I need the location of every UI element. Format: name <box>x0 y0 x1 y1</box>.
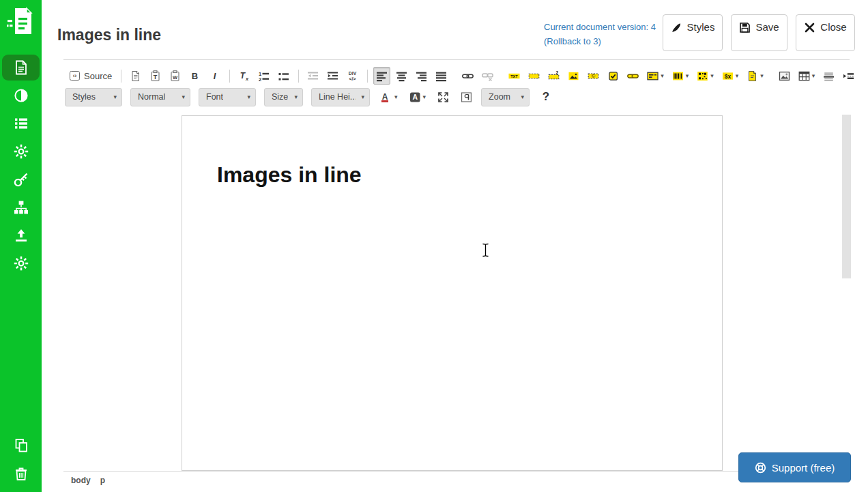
formula-button[interactable]: $x▾ <box>719 67 742 85</box>
element-path-p[interactable]: p <box>100 476 105 485</box>
toolbar-separator <box>367 70 368 83</box>
sitemap-icon <box>13 199 29 216</box>
image-field-icon <box>568 70 579 82</box>
background-color-button[interactable]: A▾ <box>407 88 429 106</box>
horizontal-rule-icon <box>823 70 835 82</box>
dropdown-caret-icon: ▾ <box>294 94 298 100</box>
paste-as-text-button[interactable]: T <box>147 67 164 85</box>
scrollbar-thumb[interactable] <box>842 115 851 278</box>
toolbar-separator <box>229 70 230 83</box>
font-combo[interactable]: Font▾ <box>199 88 256 106</box>
document-heading: Images in line <box>217 162 722 188</box>
align-right-button[interactable] <box>413 67 430 85</box>
statusbar-top-border <box>63 471 850 472</box>
bold-button[interactable]: B <box>186 67 203 85</box>
link-field-button[interactable] <box>624 67 641 85</box>
align-center-button[interactable] <box>393 67 410 85</box>
svg-text:I: I <box>214 70 216 81</box>
rollback-link[interactable]: (Rollback to 3) <box>544 34 656 48</box>
app-logo-icon <box>7 6 34 36</box>
link-field-icon <box>627 70 639 82</box>
align-center-icon <box>396 70 407 82</box>
link-button[interactable] <box>459 67 476 85</box>
source-button[interactable]: ‹›Source <box>66 67 115 85</box>
align-right-icon <box>416 70 427 82</box>
sidebar-item-settings[interactable] <box>0 137 42 165</box>
show-blocks-button[interactable] <box>458 88 475 106</box>
image-field-button[interactable] <box>565 67 582 85</box>
numbered-list-icon: 12 <box>258 70 270 82</box>
svg-text:</>: </> <box>349 76 356 81</box>
about-help-button[interactable]: ? <box>538 88 554 106</box>
line-height-combo[interactable]: Line Hei...▾ <box>311 88 370 106</box>
remove-format-button[interactable]: Tx <box>235 67 252 85</box>
sidebar-item-structure[interactable] <box>0 193 42 221</box>
sidebar-item-upload[interactable] <box>0 221 42 249</box>
page-break-button[interactable] <box>840 67 857 85</box>
svg-text:TXT: TXT <box>510 74 518 78</box>
sidebar-item-documents[interactable] <box>2 55 40 81</box>
support-button[interactable]: Support (free) <box>738 452 851 482</box>
svg-text:2: 2 <box>556 70 559 75</box>
decrease-indent-button <box>304 67 321 85</box>
toolbar-top-border <box>63 59 850 60</box>
link-icon <box>462 70 474 82</box>
bulleted-list-button[interactable] <box>275 67 292 85</box>
dropdown-caret-icon: ▾ <box>361 94 364 100</box>
div-container-button[interactable]: DIV</> <box>344 67 361 85</box>
maximize-button[interactable] <box>435 88 452 106</box>
styles-button[interactable]: Styles <box>663 14 723 51</box>
paragraph-format-combo[interactable]: Normal▾ <box>130 88 190 106</box>
increase-indent-button[interactable] <box>324 67 341 85</box>
qr-code-button[interactable]: ▾ <box>694 67 717 85</box>
horizontal-rule-button[interactable] <box>820 67 837 85</box>
insert-image-button[interactable] <box>776 67 793 85</box>
justify-button[interactable] <box>433 67 450 85</box>
close-button[interactable]: Close <box>796 14 855 51</box>
copy-icon <box>13 437 29 454</box>
zoom-combo[interactable]: Zoom▾ <box>481 88 530 106</box>
align-left-button[interactable] <box>373 67 390 85</box>
sidebar-item-delete-document[interactable] <box>0 459 42 487</box>
element-path-body[interactable]: body <box>71 476 91 485</box>
source-label: Source <box>84 71 112 81</box>
table-icon <box>798 70 810 82</box>
form-tools-icon <box>647 70 659 82</box>
x-icon <box>804 22 815 33</box>
paste-from-word-button[interactable]: W <box>167 67 184 85</box>
formula-icon: $x <box>722 70 734 82</box>
text-cursor-ibeam <box>481 243 490 257</box>
size-combo[interactable]: Size▾ <box>264 88 303 106</box>
life-ring-icon <box>755 462 766 474</box>
source-icon: ‹› <box>69 70 81 82</box>
dropdown-caret-icon: ▾ <box>736 73 739 79</box>
checkbox-field-button[interactable] <box>605 67 622 85</box>
input-field-2-icon: 2 <box>548 70 560 82</box>
document-template-icon <box>747 70 758 82</box>
dropdown-caret-icon: ▾ <box>686 73 689 79</box>
support-button-label: Support (free) <box>772 462 835 474</box>
barcode-button[interactable]: ▾ <box>669 67 692 85</box>
numbered-list-button[interactable]: 12 <box>255 67 272 85</box>
text-field-button[interactable]: TXT <box>506 67 523 85</box>
sidebar-item-appearance[interactable] <box>0 81 42 109</box>
document-editing-area[interactable]: Images in line <box>182 115 723 471</box>
sidebar-item-preferences[interactable] <box>0 249 42 277</box>
list-icon <box>13 115 29 132</box>
sidebar-item-copy-document[interactable] <box>0 431 42 459</box>
sidebar-item-document-list[interactable] <box>0 109 42 137</box>
document-template-button[interactable]: ▾ <box>744 67 766 85</box>
input-field-icon <box>528 70 540 82</box>
input-field-2-button[interactable]: 2 <box>545 67 562 85</box>
currency-field-button[interactable]: © <box>585 67 602 85</box>
form-tools-button[interactable]: ▾ <box>644 67 667 85</box>
italic-button[interactable]: I <box>206 67 223 85</box>
insert-table-button[interactable]: ▾ <box>796 67 818 85</box>
styles-combo[interactable]: Styles▾ <box>65 88 122 106</box>
new-page-button[interactable] <box>127 67 144 85</box>
sidebar-item-access-keys[interactable] <box>0 165 42 193</box>
styles-button-label: Styles <box>687 21 715 33</box>
input-field-button[interactable] <box>525 67 542 85</box>
text-color-button[interactable]: A▾ <box>378 88 401 106</box>
save-button[interactable]: Save <box>731 14 787 51</box>
